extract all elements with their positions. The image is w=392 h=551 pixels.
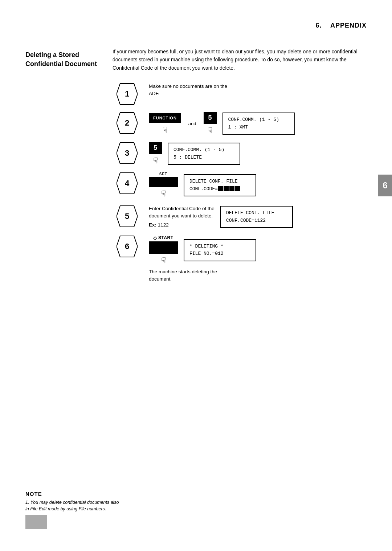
step-1-row: 1 Make sure no documents are on the ADF. [113, 83, 367, 105]
step-6-below-text: The machine starts deleting the document… [149, 268, 229, 283]
svg-text:5: 5 [125, 212, 129, 221]
note-image [25, 515, 47, 529]
main-layout: Deleting a Stored Confidential Document … [25, 48, 367, 283]
step-6-row: 6 ◇START ☟ [113, 235, 367, 283]
step-6-display-line2: FILE NO.=012 [189, 250, 250, 258]
step-6-icon: 6 [113, 235, 142, 258]
step-4-display-line2: CONF.CODE= [189, 185, 250, 193]
step-2-badge: 2 [117, 112, 138, 134]
step-3-display: CONF.COMM. (1 - 5) 5 : DELETE [168, 143, 240, 165]
note-title: NOTE [25, 491, 367, 497]
step-5-display: DELETE CONF. FILE CONF.CODE=1122 [220, 206, 293, 228]
step-3-row: 3 5 ☟ CONF.COMM. (1 - 5) 5 : DELETE [113, 142, 367, 166]
hand-icon-2b: ☟ [208, 126, 212, 135]
step-2-row: 2 FUNCTION ☟ and 5 ☟ [113, 112, 367, 135]
key-5-button-step3[interactable]: 5 [149, 142, 162, 154]
step-2-display: CONF.COMM. (1 - 5) 1 : XMT [222, 113, 295, 135]
step-2-icon: 2 [113, 112, 142, 134]
set-button-label: SET [159, 172, 167, 176]
svg-text:2: 2 [125, 118, 129, 127]
step-4-icon: 4 [113, 172, 142, 195]
section-heading: Deleting a Stored Confidential Document [25, 50, 98, 69]
hand-icon-6: ☟ [161, 256, 166, 265]
svg-text:6: 6 [125, 242, 129, 251]
step-5-display-line2: CONF.CODE=1122 [226, 217, 287, 225]
step-2-display-line1: CONF.COMM. (1 - 5) [228, 116, 289, 124]
step-3-badge: 3 [117, 142, 138, 164]
step-2-content: FUNCTION ☟ and 5 ☟ CONF.COMM. (1 - 5) [149, 112, 367, 135]
intro-text: If your memory becomes full, or you just… [113, 48, 367, 72]
step-6-display: * DELETING * FILE NO.=012 [184, 239, 256, 262]
step-6-badge: 6 [117, 235, 138, 258]
svg-text:1: 1 [125, 89, 129, 98]
step-1-text: Make sure no documents are on the ADF. [149, 83, 232, 98]
step-5-icon: 5 [113, 205, 142, 228]
chapter-number: 6. [316, 22, 322, 29]
note-item1: 1. You may delete confidential documents… [25, 499, 120, 513]
set-button-group: SET ☟ [149, 172, 178, 199]
step-2-display-line2: 1 : XMT [228, 124, 289, 131]
step-4-content: SET ☟ DELETE CONF. FILE CONF.CODE= [149, 172, 367, 199]
step-5-text: Enter Confidential Code of the document … [149, 205, 215, 229]
step-1-badge: 1 [117, 83, 138, 105]
step-5-content: Enter Confidential Code of the document … [149, 205, 367, 229]
start-label: ◇START [153, 235, 173, 241]
function-button-label[interactable]: FUNCTION [149, 113, 181, 123]
function-button-group: FUNCTION ☟ [149, 113, 181, 135]
step-5-badge: 5 [117, 205, 138, 228]
step-3-icon: 3 [113, 142, 142, 164]
hand-icon-2a: ☟ [163, 125, 167, 135]
section-tab: 6 [378, 175, 392, 196]
key5-button-group-3: 5 ☟ [149, 142, 162, 166]
step-3-content: 5 ☟ CONF.COMM. (1 - 5) 5 : DELETE [149, 142, 367, 166]
set-button[interactable] [149, 177, 178, 187]
svg-text:4: 4 [125, 179, 130, 188]
step-4-display: DELETE CONF. FILE CONF.CODE= [184, 174, 256, 197]
step-3-display-line2: 5 : DELETE [173, 154, 234, 162]
page: 6. APPENDIX Deleting a Stored Confidenti… [0, 0, 392, 551]
steps-container: 1 Make sure no documents are on the ADF. [113, 83, 367, 283]
step-3-display-line1: CONF.COMM. (1 - 5) [173, 146, 234, 154]
step-5-display-line1: DELETE CONF. FILE [226, 209, 287, 217]
hand-icon-3: ☟ [153, 156, 158, 166]
left-column: Deleting a Stored Confidential Document [25, 48, 98, 283]
start-button[interactable] [149, 241, 178, 254]
step-4-row: 4 SET ☟ DELETE CONF. FILE CONF.CODE= [113, 172, 367, 199]
key-5-button-step2[interactable]: 5 [204, 112, 217, 124]
step-6-content: ◇START ☟ * DELETING * FILE NO.=012 The [149, 235, 367, 283]
step-1-icon: 1 [113, 83, 142, 105]
svg-text:3: 3 [125, 148, 129, 158]
step-5-row: 5 Enter Confidential Code of the documen… [113, 205, 367, 229]
note-section: NOTE 1. You may delete confidential docu… [25, 491, 367, 530]
step-6-display-line1: * DELETING * [189, 243, 250, 250]
step-4-display-line1: DELETE CONF. FILE [189, 178, 250, 185]
hand-icon-4: ☟ [161, 189, 166, 199]
chapter-title: APPENDIX [330, 22, 367, 29]
step-4-badge: 4 [117, 172, 138, 195]
key5-button-group: 5 ☟ [204, 112, 217, 135]
step-1-content: Make sure no documents are on the ADF. [149, 83, 367, 98]
right-column: If your memory becomes full, or you just… [113, 48, 367, 283]
start-button-group: ◇START ☟ [149, 235, 178, 265]
and-text: and [188, 121, 196, 126]
page-header: 6. APPENDIX [25, 22, 367, 29]
